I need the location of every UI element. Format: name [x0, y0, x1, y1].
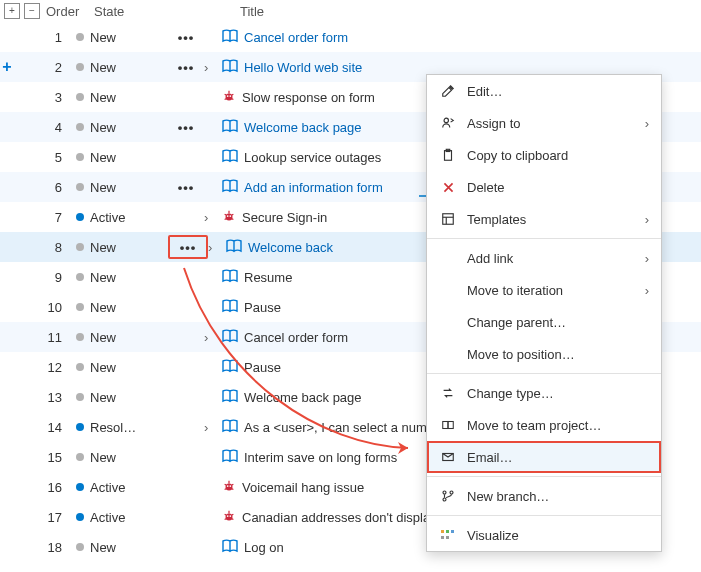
state-cell: New: [76, 300, 168, 315]
menu-assign-to[interactable]: Assign to›: [427, 107, 661, 139]
more-actions-button[interactable]: •••: [168, 120, 204, 135]
title-cell[interactable]: Lookup service outages: [222, 149, 381, 166]
svg-point-1: [227, 95, 229, 97]
state-cell: Resol…: [76, 420, 168, 435]
more-actions-button[interactable]: •••: [168, 60, 204, 75]
menu-email[interactable]: Email…: [427, 441, 661, 473]
state-dot-icon: [76, 393, 84, 401]
menu-new-branch[interactable]: New branch…: [427, 480, 661, 512]
order-cell: 1: [14, 30, 76, 45]
svg-line-22: [225, 488, 227, 489]
title-cell[interactable]: Cancel order form: [222, 29, 348, 46]
menu-move-iteration[interactable]: Move to iteration›: [427, 274, 661, 306]
title-text: As a <user>, I can select a numbe: [244, 420, 441, 435]
state-dot-icon: [76, 243, 84, 251]
order-cell: 5: [14, 150, 76, 165]
menu-change-parent[interactable]: Change parent…: [427, 306, 661, 338]
title-cell[interactable]: Welcome back: [226, 239, 333, 256]
title-text: Pause: [244, 360, 281, 375]
collapse-all-icon[interactable]: −: [24, 3, 40, 19]
book-icon: [222, 329, 238, 346]
state-cell: New: [76, 180, 168, 195]
title-text: Cancel order form: [244, 330, 348, 345]
expand-chevron-icon[interactable]: ›: [204, 330, 222, 345]
menu-move-team-project[interactable]: Move to team project…: [427, 409, 661, 441]
state-cell: New: [76, 540, 168, 555]
svg-point-24: [226, 513, 233, 520]
menu-visualize[interactable]: Visualize: [427, 519, 661, 551]
add-row-icon[interactable]: +: [0, 58, 14, 76]
state-dot-icon: [76, 333, 84, 341]
state-cell: New: [76, 390, 168, 405]
svg-rect-38: [443, 422, 448, 429]
branch-icon: [439, 489, 457, 503]
menu-delete[interactable]: Delete: [427, 171, 661, 203]
state-dot-icon: [76, 273, 84, 281]
menu-change-type[interactable]: Change type…: [427, 377, 661, 409]
state-dot-icon: [76, 363, 84, 371]
menu-add-link[interactable]: Add link›: [427, 242, 661, 274]
title-text: Welcome back page: [244, 390, 362, 405]
menu-templates[interactable]: Templates›: [427, 203, 661, 235]
svg-point-26: [229, 515, 231, 517]
order-cell: 17: [14, 510, 76, 525]
bug-icon: [222, 479, 236, 496]
svg-rect-33: [445, 151, 452, 161]
menu-separator: [427, 476, 661, 477]
book-icon: [222, 359, 238, 376]
title-text: Welcome back: [248, 240, 333, 255]
title-cell[interactable]: Resume: [222, 269, 292, 286]
title-cell[interactable]: Add an information form: [222, 179, 383, 196]
svg-point-16: [226, 483, 233, 490]
title-cell[interactable]: Cancel order form: [222, 329, 348, 346]
title-cell[interactable]: Canadian addresses don't display: [222, 509, 437, 526]
state-cell: New: [76, 60, 168, 75]
title-cell[interactable]: Hello World web site: [222, 59, 362, 76]
title-cell[interactable]: Slow response on form: [222, 89, 375, 106]
bug-icon: [222, 89, 236, 106]
more-actions-button[interactable]: •••: [168, 30, 204, 45]
state-dot-icon: [76, 303, 84, 311]
chevron-right-icon: ›: [645, 116, 649, 131]
title-cell[interactable]: Voicemail hang issue: [222, 479, 364, 496]
menu-edit[interactable]: Edit…: [427, 75, 661, 107]
menu-move-position[interactable]: Move to position…: [427, 338, 661, 370]
title-cell[interactable]: As a <user>, I can select a numbe: [222, 419, 441, 436]
more-actions-button[interactable]: •••: [168, 180, 204, 195]
expand-chevron-icon[interactable]: ›: [204, 210, 222, 225]
table-row[interactable]: 1New•••Cancel order form: [0, 22, 701, 52]
svg-point-25: [227, 515, 229, 517]
col-title[interactable]: Title: [240, 4, 264, 19]
state-dot-icon: [76, 33, 84, 41]
svg-line-6: [225, 98, 227, 99]
title-cell[interactable]: Interim save on long forms: [222, 449, 397, 466]
expand-chevron-icon[interactable]: ›: [204, 60, 222, 75]
expand-all-icon[interactable]: +: [4, 3, 20, 19]
title-cell[interactable]: Welcome back page: [222, 119, 362, 136]
svg-line-28: [225, 514, 227, 515]
col-state[interactable]: State: [94, 4, 186, 19]
pencil-icon: [439, 84, 457, 98]
title-cell[interactable]: Secure Sign-in: [222, 209, 327, 226]
book-icon: [222, 119, 238, 136]
column-header: + − Order State Title: [0, 0, 701, 22]
svg-rect-35: [443, 214, 454, 225]
order-cell: 6: [14, 180, 76, 195]
svg-line-15: [232, 218, 234, 219]
more-actions-button[interactable]: •••: [168, 235, 208, 259]
expand-chevron-icon[interactable]: ›: [208, 240, 226, 255]
col-order[interactable]: Order: [44, 4, 94, 19]
state-dot-icon: [76, 513, 84, 521]
title-text: Lookup service outages: [244, 150, 381, 165]
title-text: Canadian addresses don't display: [242, 510, 437, 525]
svg-point-10: [229, 215, 231, 217]
title-cell[interactable]: Log on: [222, 539, 284, 556]
move-project-icon: [439, 418, 457, 432]
title-cell[interactable]: Pause: [222, 299, 281, 316]
order-cell: 16: [14, 480, 76, 495]
title-cell[interactable]: Welcome back page: [222, 389, 362, 406]
menu-copy[interactable]: Copy to clipboard: [427, 139, 661, 171]
title-cell[interactable]: Pause: [222, 359, 281, 376]
book-icon: [222, 449, 238, 466]
expand-chevron-icon[interactable]: ›: [204, 420, 222, 435]
